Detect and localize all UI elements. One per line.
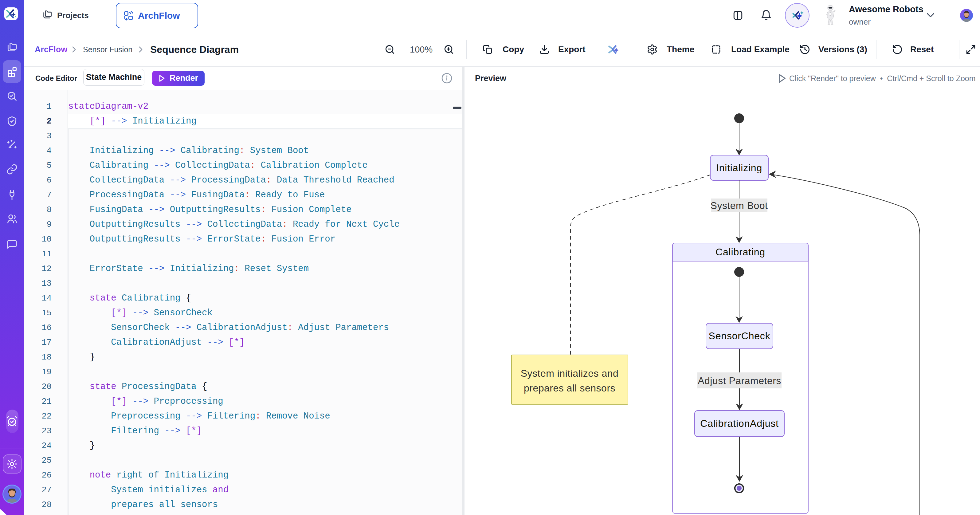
svg-text:Calibrating: Calibrating	[716, 246, 765, 257]
svg-text:System Boot: System Boot	[711, 200, 768, 211]
svg-text:SensorCheck: SensorCheck	[709, 330, 770, 341]
svg-text:prepares all sensors: prepares all sensors	[524, 383, 615, 394]
svg-text:System initializes and: System initializes and	[521, 368, 619, 379]
svg-text:CalibrationAdjust: CalibrationAdjust	[700, 418, 779, 429]
svg-text:Adjust Parameters: Adjust Parameters	[698, 375, 781, 386]
svg-text:Initializing: Initializing	[716, 162, 762, 173]
